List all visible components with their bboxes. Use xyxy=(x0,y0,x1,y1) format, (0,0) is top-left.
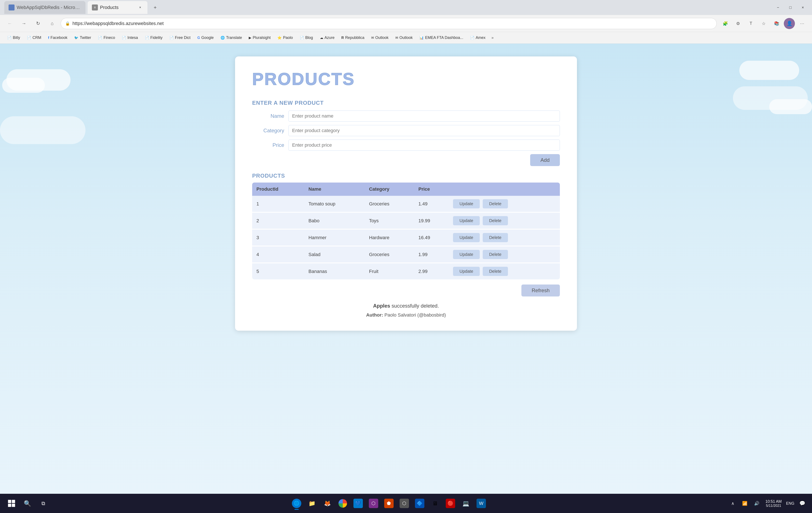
bookmark-freedict[interactable]: 📄 Free Dict xyxy=(167,34,194,41)
category-label: Category xyxy=(252,127,284,134)
bookmark-pluralsight[interactable]: ▶ Pluralsight xyxy=(246,34,273,41)
bookmark-intesa[interactable]: 📄 Intesa xyxy=(119,34,141,41)
refresh-button[interactable]: Refresh xyxy=(521,285,560,296)
profile-icon[interactable]: ⚙ xyxy=(732,18,744,29)
taskbar-app5[interactable]: 🖥 xyxy=(428,496,442,511)
delete-button[interactable]: Delete xyxy=(483,267,508,276)
collections-icon[interactable]: 📚 xyxy=(771,18,782,29)
tab-2[interactable]: ≡ Products × xyxy=(88,1,147,14)
taskbar-chrome[interactable] xyxy=(336,496,350,511)
translate-icon[interactable]: T xyxy=(745,18,756,29)
table-row: 1 Tomato soup Groceries 1.49 Update Dele… xyxy=(252,196,560,212)
cell-name: Bananas xyxy=(304,263,365,279)
delete-button[interactable]: Delete xyxy=(483,199,508,208)
new-tab-button[interactable]: + xyxy=(150,2,161,13)
bookmark-azure[interactable]: ☁ Azure xyxy=(317,34,338,41)
price-input[interactable] xyxy=(288,140,560,151)
bookmark-intesa-label: Intesa xyxy=(127,35,138,40)
emea-icon: 📊 xyxy=(419,36,424,40)
lang-indicator[interactable]: ENG xyxy=(785,496,796,511)
taskbar-app6[interactable]: 🔴 xyxy=(443,496,458,511)
bookmark-outlook1[interactable]: ✉ Outlook xyxy=(368,34,392,41)
update-button[interactable]: Update xyxy=(453,250,480,259)
table-row: 2 Babo Toys 19.99 Update Delete xyxy=(252,212,560,229)
volume-icon[interactable]: 🔊 xyxy=(751,496,762,511)
cell-actions: Update Delete xyxy=(449,263,560,279)
url-bar[interactable]: 🔒 https://webappsqldbredis.azurewebsites… xyxy=(61,18,717,29)
favorites-icon[interactable]: ☆ xyxy=(758,18,769,29)
taskbar-app4[interactable]: 🔷 xyxy=(412,496,427,511)
home-button[interactable]: ⌂ xyxy=(47,18,58,29)
taskbar-taskview-button[interactable]: ⧉ xyxy=(36,496,51,511)
taskbar-app3[interactable]: ⬡ xyxy=(397,496,411,511)
taskbar-firefox[interactable]: 🦊 xyxy=(320,496,335,511)
account-icon[interactable]: 👤 xyxy=(784,18,795,29)
cell-actions: Update Delete xyxy=(449,212,560,229)
back-button[interactable]: ← xyxy=(4,18,16,29)
tab-1[interactable]: WebAppSqlDbRedis - Microsoft... xyxy=(4,1,85,14)
bookmark-translate[interactable]: 🌐 Translate xyxy=(218,34,245,41)
chevron-up-icon[interactable]: ∧ xyxy=(727,496,738,511)
table-row: 3 Hammer Hardware 16.49 Update Delete xyxy=(252,229,560,246)
name-label: Name xyxy=(252,113,284,119)
crm-icon: 📄 xyxy=(27,36,31,40)
category-row: Category xyxy=(252,125,560,136)
delete-button[interactable]: Delete xyxy=(483,233,508,242)
network-icon[interactable]: 📶 xyxy=(740,496,750,511)
minimize-button[interactable]: − xyxy=(773,3,783,12)
bookmark-fidelity[interactable]: 📄 Fidelity xyxy=(142,34,166,41)
forward-button[interactable]: → xyxy=(18,18,29,29)
bookmark-fineco[interactable]: 📄 Fineco xyxy=(95,34,118,41)
taskbar-app8[interactable]: W xyxy=(474,496,489,511)
bookmark-amex[interactable]: 📄 Amex xyxy=(467,34,489,41)
taskbar-app2[interactable]: ⬟ xyxy=(382,496,396,511)
delete-button[interactable]: Delete xyxy=(483,250,508,259)
bookmark-bitly[interactable]: 📄 Bitly xyxy=(4,34,23,41)
bookmark-twitter[interactable]: 🐦 Twitter xyxy=(71,34,94,41)
bookmark-blog[interactable]: 📄 Blog xyxy=(297,34,316,41)
name-input[interactable] xyxy=(288,111,560,122)
bookmark-emea[interactable]: 📊 EMEA FTA Dashboa... xyxy=(416,34,466,41)
status-highlight: Apples xyxy=(373,303,390,309)
taskbar-edge[interactable]: 🌐 xyxy=(289,496,304,511)
bookmarks-more-button[interactable]: » xyxy=(489,34,496,41)
taskbar-windows-button[interactable] xyxy=(4,496,19,511)
bookmark-crm[interactable]: 📄 CRM xyxy=(24,34,44,41)
bookmark-google-label: Google xyxy=(201,35,214,40)
bookmark-facebook[interactable]: f Facebook xyxy=(45,34,70,41)
price-label: Price xyxy=(252,142,284,148)
facebook-icon: f xyxy=(48,36,49,40)
bookmark-outlook2[interactable]: ✉ Outlook xyxy=(392,34,416,41)
close-button[interactable]: × xyxy=(798,3,808,12)
taskbar-app7[interactable]: 💻 xyxy=(459,496,473,511)
more-icon[interactable]: ⋯ xyxy=(796,18,808,29)
update-button[interactable]: Update xyxy=(453,267,480,276)
add-button[interactable]: Add xyxy=(530,154,560,166)
clock[interactable]: 10:51 AM 5/11/2021 xyxy=(763,499,784,508)
tab2-close[interactable]: × xyxy=(137,4,143,10)
table-section-label: PRODUCTS xyxy=(252,172,560,179)
category-input[interactable] xyxy=(288,125,560,136)
bookmark-repubblica[interactable]: R Repubblica xyxy=(339,34,368,41)
freedict-icon: 📄 xyxy=(170,36,174,40)
bookmark-paolo[interactable]: ⭐ Paolo xyxy=(274,34,296,41)
update-button[interactable]: Update xyxy=(453,216,480,225)
status-rest: successfully deleted. xyxy=(390,303,439,309)
taskbar-app1[interactable]: ⬡ xyxy=(366,496,381,511)
maximize-button[interactable]: □ xyxy=(785,3,795,12)
time-display: 10:51 AM xyxy=(765,499,782,504)
delete-button[interactable]: Delete xyxy=(483,216,508,225)
notification-button[interactable]: 💬 xyxy=(796,496,808,511)
tab2-favicon: ≡ xyxy=(92,4,98,10)
taskbar-system-area: ∧ 📶 🔊 10:51 AM 5/11/2021 ENG 💬 xyxy=(727,496,808,511)
app4-icon: 🔷 xyxy=(415,499,424,508)
refresh-button[interactable]: ↻ xyxy=(32,18,44,29)
extensions-icon[interactable]: 🧩 xyxy=(720,18,731,29)
taskbar-vscode[interactable]: 💙 xyxy=(351,496,366,511)
taskbar-search-button[interactable]: 🔍 xyxy=(20,496,35,511)
bookmark-google[interactable]: G Google xyxy=(195,34,217,41)
update-button[interactable]: Update xyxy=(453,233,480,242)
bookmark-paolo-label: Paolo xyxy=(283,35,293,40)
update-button[interactable]: Update xyxy=(453,199,480,208)
taskbar-explorer[interactable]: 📁 xyxy=(305,496,319,511)
